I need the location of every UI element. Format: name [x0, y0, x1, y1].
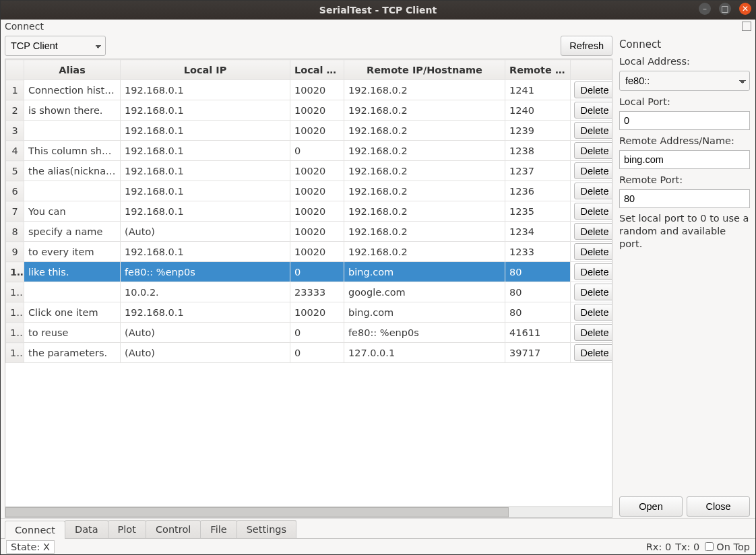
col-rownum[interactable] [6, 60, 24, 80]
row-number[interactable]: 10 [6, 262, 24, 282]
cell-remote-ip[interactable]: 192.168.0.2 [344, 100, 505, 121]
h-scrollbar-thumb[interactable] [5, 507, 509, 517]
row-number[interactable]: 9 [6, 242, 24, 262]
delete-button[interactable]: Delete [574, 81, 613, 98]
table-row[interactable]: 6192.168.0.110020192.168.0.21236Delete [6, 181, 613, 201]
tab-file[interactable]: File [200, 520, 237, 538]
table-row[interactable]: 7You can192.168.0.110020192.168.0.21235D… [6, 201, 613, 222]
cell-alias[interactable]: to reuse [24, 323, 121, 343]
cell-alias[interactable] [24, 282, 121, 302]
remote-port-input[interactable] [619, 189, 750, 208]
popout-icon[interactable] [742, 22, 751, 31]
table-row[interactable]: 3192.168.0.110020192.168.0.21239Delete [6, 121, 613, 141]
remote-addr-input[interactable] [619, 150, 750, 169]
local-addr-select[interactable]: fe80:: [619, 71, 750, 91]
cell-remote-ip[interactable]: bing.com [344, 262, 505, 282]
row-number[interactable]: 14 [6, 343, 24, 363]
cell-remote-ip[interactable]: 192.168.0.2 [344, 141, 505, 161]
titlebar[interactable]: SerialTest - TCP Client – □ ✕ [1, 1, 755, 20]
cell-alias[interactable]: is shown there. [24, 100, 121, 121]
col-alias[interactable]: Alias [24, 60, 121, 80]
ontop-checkbox[interactable] [705, 542, 714, 551]
maximize-icon[interactable]: □ [719, 3, 731, 15]
cell-local-port[interactable]: 10020 [290, 80, 344, 100]
cell-local-ip[interactable]: 192.168.0.1 [121, 242, 290, 262]
cell-local-ip[interactable]: (Auto) [121, 343, 290, 363]
cell-remote-port[interactable]: 1233 [505, 242, 571, 262]
close-icon[interactable]: ✕ [739, 3, 751, 15]
row-number[interactable]: 7 [6, 201, 24, 222]
cell-local-port[interactable]: 10020 [290, 181, 344, 201]
cell-alias[interactable]: This column shows [24, 141, 121, 161]
cell-local-ip[interactable]: 192.168.0.1 [121, 161, 290, 181]
close-button[interactable]: Close [687, 496, 750, 517]
table-row[interactable]: 13to reuse(Auto)0fe80:: %enp0s41611Delet… [6, 323, 613, 343]
cell-remote-port[interactable]: 1234 [505, 222, 571, 242]
delete-button[interactable]: Delete [574, 223, 613, 240]
cell-local-ip[interactable]: 192.168.0.1 [121, 121, 290, 141]
cell-alias[interactable]: the alias(nickname). [24, 161, 121, 181]
tab-plot[interactable]: Plot [108, 520, 146, 538]
cell-local-port[interactable]: 10020 [290, 161, 344, 181]
delete-button[interactable]: Delete [574, 122, 613, 139]
cell-local-ip[interactable]: (Auto) [121, 323, 290, 343]
table-row[interactable]: 5the alias(nickname).192.168.0.110020192… [6, 161, 613, 181]
h-scrollbar[interactable] [5, 507, 612, 518]
row-number[interactable]: 1 [6, 80, 24, 100]
cell-remote-port[interactable]: 1240 [505, 100, 571, 121]
cell-local-port[interactable]: 0 [290, 323, 344, 343]
cell-remote-port[interactable]: 1237 [505, 161, 571, 181]
cell-remote-port[interactable]: 1238 [505, 141, 571, 161]
cell-remote-ip[interactable]: google.com [344, 282, 505, 302]
cell-local-ip[interactable]: 192.168.0.1 [121, 100, 290, 121]
tab-connect[interactable]: Connect [5, 521, 65, 539]
col-remote-port[interactable]: Remote Port [505, 60, 571, 80]
delete-button[interactable]: Delete [574, 203, 613, 220]
table-row[interactable]: 2is shown there.192.168.0.110020192.168.… [6, 100, 613, 121]
tab-control[interactable]: Control [146, 520, 201, 538]
row-number[interactable]: 12 [6, 302, 24, 323]
delete-button[interactable]: Delete [574, 324, 613, 341]
table-row[interactable]: 14the parameters.(Auto)0127.0.0.139717De… [6, 343, 613, 363]
cell-local-port[interactable]: 10020 [290, 100, 344, 121]
minimize-icon[interactable]: – [699, 3, 711, 15]
cell-local-ip[interactable]: 192.168.0.1 [121, 201, 290, 222]
delete-button[interactable]: Delete [574, 162, 613, 179]
row-number[interactable]: 13 [6, 323, 24, 343]
cell-local-ip[interactable]: (Auto) [121, 222, 290, 242]
cell-alias[interactable]: the parameters. [24, 343, 121, 363]
cell-remote-ip[interactable]: 192.168.0.2 [344, 121, 505, 141]
cell-remote-port[interactable]: 1235 [505, 201, 571, 222]
table-row[interactable]: 8specify a name(Auto)10020192.168.0.2123… [6, 222, 613, 242]
row-number[interactable]: 8 [6, 222, 24, 242]
cell-local-ip[interactable]: 192.168.0.1 [121, 141, 290, 161]
row-number[interactable]: 5 [6, 161, 24, 181]
cell-remote-port[interactable]: 41611 [505, 323, 571, 343]
cell-alias[interactable]: to every item [24, 242, 121, 262]
cell-remote-ip[interactable]: 192.168.0.2 [344, 80, 505, 100]
cell-local-ip[interactable]: 192.168.0.1 [121, 80, 290, 100]
table-row[interactable]: 12Click one item192.168.0.110020bing.com… [6, 302, 613, 323]
table-row[interactable]: 1Connection history192.168.0.110020192.1… [6, 80, 613, 100]
cell-local-ip[interactable]: 10.0.2. [121, 282, 290, 302]
cell-remote-port[interactable]: 80 [505, 302, 571, 323]
delete-button[interactable]: Delete [574, 102, 613, 119]
cell-remote-port[interactable]: 1239 [505, 121, 571, 141]
cell-remote-ip[interactable]: 192.168.0.2 [344, 201, 505, 222]
cell-alias[interactable]: specify a name [24, 222, 121, 242]
cell-local-port[interactable]: 0 [290, 343, 344, 363]
row-number[interactable]: 4 [6, 141, 24, 161]
cell-remote-ip[interactable]: 127.0.0.1 [344, 343, 505, 363]
cell-alias[interactable]: like this. [24, 262, 121, 282]
cell-local-port[interactable]: 10020 [290, 222, 344, 242]
local-port-input[interactable] [619, 111, 750, 130]
cell-remote-port[interactable]: 1241 [505, 80, 571, 100]
delete-button[interactable]: Delete [574, 142, 613, 159]
tab-data[interactable]: Data [65, 520, 108, 538]
row-number[interactable]: 2 [6, 100, 24, 121]
refresh-button[interactable]: Refresh [561, 36, 612, 56]
cell-alias[interactable] [24, 121, 121, 141]
table-row[interactable]: 1110.0.2.23333google.com80Delete [6, 282, 613, 302]
delete-button[interactable]: Delete [574, 243, 613, 260]
cell-remote-port[interactable]: 80 [505, 262, 571, 282]
